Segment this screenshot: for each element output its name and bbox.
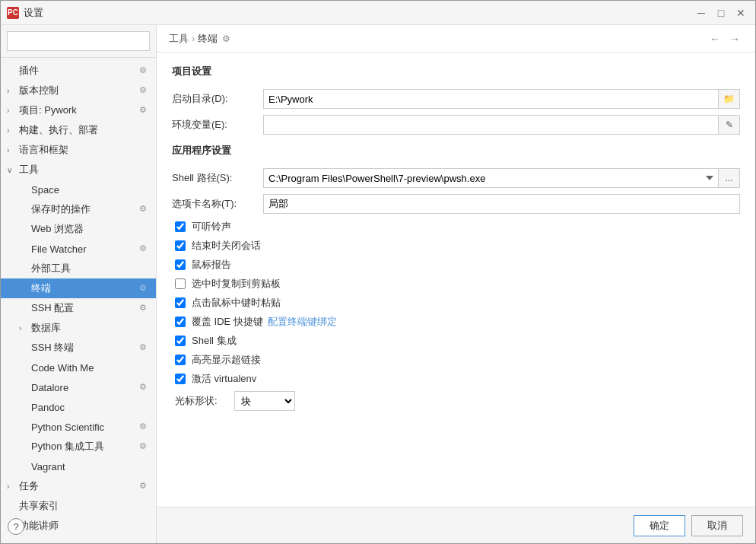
sidebar-item-tools[interactable]: ∨工具 — [1, 160, 156, 180]
main-panel: 工具 › 终端 ⚙ ← → 项目设置 启动目录(D): — [157, 25, 755, 543]
startup-dir-row: 启动目录(D): 📁 — [172, 89, 740, 109]
sidebar-item-database[interactable]: ›数据库 — [1, 318, 156, 338]
sidebar-item-datalore[interactable]: Datalore⚙ — [1, 377, 156, 397]
sidebar-item-web-browser[interactable]: Web 浏览器 — [1, 219, 156, 239]
app-icon: PC — [7, 7, 19, 19]
tab-name-row: 选项卡名称(T): — [172, 194, 740, 214]
checkbox-label-activate-virtualenv: 激活 virtualenv — [192, 372, 256, 386]
window-controls: ─ □ ✕ — [693, 5, 749, 21]
sidebar-item-label: 项目: Pywork — [19, 103, 139, 117]
shell-path-more-button[interactable]: ... — [719, 168, 740, 188]
sidebar-item-label: 终端 — [31, 282, 139, 295]
sidebar-item-label: 版本控制 — [19, 84, 139, 97]
checkbox-audible-bell[interactable] — [175, 221, 186, 232]
env-vars-input-group: ✎ — [263, 115, 740, 135]
checkbox-mouse-report[interactable] — [175, 259, 186, 270]
gear-icon: ⚙ — [139, 422, 150, 432]
sidebar-item-ssh-config[interactable]: SSH 配置⚙ — [1, 298, 156, 318]
minimize-button[interactable]: ─ — [693, 5, 710, 21]
arrow-icon: › — [7, 482, 19, 491]
checkbox-close-on-exit[interactable] — [175, 240, 186, 251]
checkbox-override-ide-shortcuts[interactable] — [175, 317, 186, 327]
checkbox-row-audible-bell: 可听铃声 — [172, 220, 740, 234]
search-input[interactable] — [7, 31, 150, 51]
startup-dir-browse-button[interactable]: 📁 — [719, 89, 740, 109]
settings-content: 项目设置 启动目录(D): 📁 环境变量(E): ✎ — [157, 52, 755, 507]
sidebar-item-code-with-me[interactable]: Code With Me — [1, 358, 156, 377]
sidebar-item-external-tools[interactable]: 外部工具 — [1, 259, 156, 278]
footer: 确定 取消 — [157, 507, 755, 543]
sidebar-item-tasks[interactable]: ›任务⚙ — [1, 476, 156, 496]
env-vars-label: 环境变量(E): — [172, 118, 263, 132]
gear-icon: ⚙ — [139, 342, 150, 353]
checkbox-activate-virtualenv[interactable] — [175, 374, 186, 384]
env-vars-row: 环境变量(E): ✎ — [172, 115, 740, 135]
sidebar-item-label: Vagrant — [31, 461, 150, 472]
sidebar-item-pandoc[interactable]: Pandoc — [1, 397, 156, 417]
checkbox-highlight-hyperlinks[interactable] — [175, 355, 186, 365]
env-vars-input[interactable] — [263, 115, 719, 135]
checkbox-label-highlight-hyperlinks: 高亮显示超链接 — [192, 353, 261, 367]
sidebar-item-label: 共享索引 — [19, 499, 150, 513]
gear-icon: ⚙ — [139, 382, 150, 393]
cancel-button[interactable]: 取消 — [691, 515, 743, 536]
checkbox-row-mouse-report: 鼠标报告 — [172, 258, 740, 272]
checkbox-label-paste-middle-click: 点击鼠标中键时粘贴 — [192, 296, 281, 310]
gear-icon: ⚙ — [139, 303, 150, 313]
checkbox-copy-on-select[interactable] — [175, 278, 186, 289]
checkbox-row-highlight-hyperlinks: 高亮显示超链接 — [172, 353, 740, 367]
sidebar-item-python-scientific[interactable]: Python Scientific⚙ — [1, 417, 156, 437]
sidebar-item-lang-framework[interactable]: ›语言和框架 — [1, 140, 156, 160]
sidebar-item-label: Web 浏览器 — [31, 222, 150, 236]
sidebar-item-file-watcher[interactable]: File Watcher⚙ — [1, 239, 156, 259]
checkbox-paste-middle-click[interactable] — [175, 297, 186, 308]
gear-icon: ⚙ — [139, 481, 150, 492]
gear-icon: ⚙ — [139, 243, 150, 254]
sidebar-item-space[interactable]: Space — [1, 180, 156, 199]
gear-icon: ⚙ — [139, 65, 150, 76]
tab-name-input[interactable] — [263, 194, 740, 214]
shell-path-input-group: C:\Program Files\PowerShell\7-preview\pw… — [263, 168, 740, 188]
sidebar-item-label: Code With Me — [31, 362, 150, 374]
sidebar-item-version-control[interactable]: ›版本控制⚙ — [1, 81, 156, 100]
sidebar-item-label: Pandoc — [31, 402, 150, 413]
sidebar-item-label: 工具 — [19, 163, 150, 177]
sidebar-item-label: 任务 — [19, 479, 139, 493]
checkbox-link-override-ide-shortcuts[interactable]: 配置终端键绑定 — [268, 315, 337, 329]
sidebar-item-project[interactable]: ›项目: Pywork⚙ — [1, 100, 156, 120]
sidebar-item-label: 数据库 — [31, 321, 150, 335]
env-vars-edit-button[interactable]: ✎ — [719, 115, 740, 135]
ok-button[interactable]: 确定 — [634, 515, 685, 536]
arrow-icon: ∨ — [7, 166, 19, 174]
breadcrumb-settings-icon: ⚙ — [222, 33, 230, 44]
nav-forward-button[interactable]: → — [726, 31, 743, 46]
close-button[interactable]: ✕ — [732, 5, 749, 21]
cursor-shape-select[interactable]: 块下划线竖线 — [234, 391, 295, 411]
startup-dir-input[interactable] — [263, 89, 719, 109]
help-button[interactable]: ? — [8, 518, 24, 535]
sidebar-item-build[interactable]: ›构建、执行、部署 — [1, 120, 156, 140]
sidebar: 插件⚙›版本控制⚙›项目: Pywork⚙›构建、执行、部署›语言和框架∨工具S… — [1, 25, 157, 543]
sidebar-item-label: Space — [31, 184, 150, 196]
checkbox-label-audible-bell: 可听铃声 — [192, 220, 231, 234]
sidebar-item-label: 功能讲师 — [19, 519, 150, 533]
checkbox-shell-integration[interactable] — [175, 336, 186, 346]
maximize-button[interactable]: □ — [713, 5, 729, 21]
sidebar-item-save-actions[interactable]: 保存时的操作⚙ — [1, 199, 156, 219]
sidebar-tree: 插件⚙›版本控制⚙›项目: Pywork⚙›构建、执行、部署›语言和框架∨工具S… — [1, 58, 156, 543]
sidebar-item-vagrant[interactable]: Vagrant — [1, 457, 156, 476]
sidebar-item-python-integrated[interactable]: Python 集成工具⚙ — [1, 437, 156, 457]
breadcrumb-separator: › — [192, 33, 195, 44]
shell-path-row: Shell 路径(S): C:\Program Files\PowerShell… — [172, 168, 740, 188]
shell-path-select[interactable]: C:\Program Files\PowerShell\7-preview\pw… — [263, 168, 719, 188]
sidebar-item-label: Datalore — [31, 382, 139, 393]
checkbox-row-shell-integration: Shell 集成 — [172, 334, 740, 348]
sidebar-item-ssh-terminal[interactable]: SSH 终端⚙ — [1, 338, 156, 358]
gear-icon: ⚙ — [139, 105, 150, 116]
nav-back-button[interactable]: ← — [707, 31, 723, 46]
sidebar-item-terminal[interactable]: 终端⚙ — [1, 278, 156, 298]
sidebar-item-shared-index[interactable]: 共享索引 — [1, 496, 156, 516]
breadcrumb-current: 终端 — [198, 32, 218, 46]
checkbox-label-copy-on-select: 选中时复制到剪贴板 — [192, 277, 281, 291]
sidebar-item-plugins[interactable]: 插件⚙ — [1, 61, 156, 81]
